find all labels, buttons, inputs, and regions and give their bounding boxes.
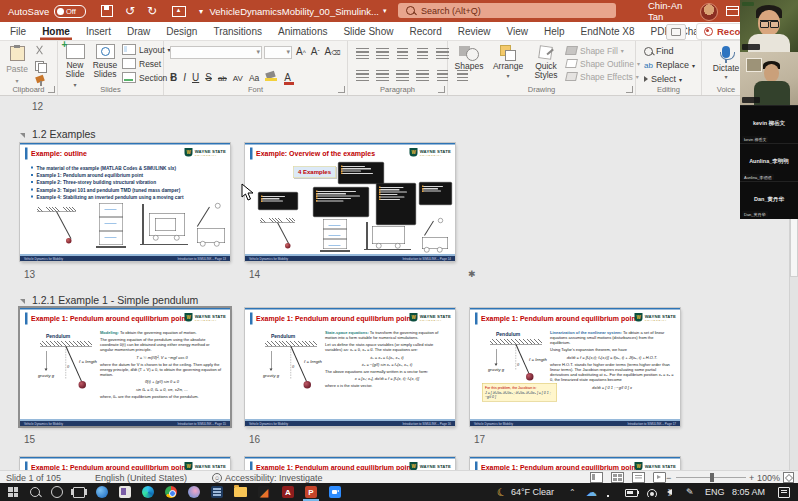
slide-thumbnail-15[interactable]: Example 1: Pendulum around equilibrium p… bbox=[20, 308, 230, 426]
new-slide-button[interactable]: New Slide▾ bbox=[60, 44, 90, 88]
save-icon[interactable] bbox=[96, 0, 118, 22]
undo-icon[interactable]: ↺ bbox=[120, 0, 140, 22]
select-button[interactable]: Select▾ bbox=[644, 72, 695, 86]
character-spacing-button[interactable]: AV bbox=[233, 74, 243, 83]
shape-fill-button[interactable]: Shape Fill▾ bbox=[566, 44, 640, 57]
slide-thumbnail-14[interactable]: Example: Overview of the examples W WAYN… bbox=[245, 143, 455, 261]
app-calculator[interactable] bbox=[206, 483, 228, 501]
tab-animations[interactable]: Animations bbox=[276, 22, 329, 40]
font-name-combo[interactable] bbox=[170, 46, 262, 59]
replace-button[interactable]: ab Replace▾ bbox=[644, 58, 695, 72]
task-view-button[interactable] bbox=[68, 483, 90, 501]
mic-tray[interactable] bbox=[606, 483, 617, 501]
language-indicator[interactable]: ENG bbox=[705, 483, 725, 501]
participant-video-1[interactable] bbox=[740, 0, 798, 52]
tab-review[interactable]: Review bbox=[456, 22, 493, 40]
app-blue-sphere[interactable] bbox=[91, 483, 113, 501]
columns-icon[interactable] bbox=[437, 70, 448, 81]
decrease-indent-icon[interactable] bbox=[397, 48, 408, 59]
quick-styles-button[interactable]: Quick Styles bbox=[530, 44, 562, 81]
document-title[interactable]: VehicleDynamicsMobility_00_Simulink...▾ bbox=[218, 0, 378, 22]
slide-thumbnail-18[interactable]: Example 1: Pendulum around equilibrium p… bbox=[20, 457, 230, 470]
wifi-tray[interactable] bbox=[647, 483, 657, 501]
app-powerpoint[interactable]: P bbox=[300, 483, 322, 501]
numbering-icon[interactable] bbox=[376, 48, 389, 59]
scrollbar-thumb[interactable] bbox=[790, 217, 798, 277]
normal-view-button[interactable] bbox=[590, 472, 603, 483]
tab-record[interactable]: Record bbox=[407, 22, 443, 40]
weather-widget[interactable]: ☾ 64°F Clear bbox=[497, 483, 554, 501]
align-left-icon[interactable] bbox=[356, 70, 369, 81]
paste-button[interactable]: Paste▾ bbox=[4, 44, 30, 84]
section-header-example1[interactable]: 1.2.1 Example 1 - Simple pendulum bbox=[20, 294, 198, 306]
cortana-button[interactable] bbox=[46, 483, 68, 501]
pen-tray[interactable]: ✎ bbox=[686, 483, 694, 501]
onedrive-tray[interactable]: ☁ bbox=[586, 483, 597, 501]
tab-insert[interactable]: Insert bbox=[84, 22, 113, 40]
slide-sorter-view-button[interactable] bbox=[611, 472, 624, 483]
shrink-font-icon[interactable]: Aˇ bbox=[311, 46, 320, 57]
reuse-slides-button[interactable]: Reuse Slides bbox=[90, 44, 120, 80]
app-edge[interactable] bbox=[137, 483, 159, 501]
slide-thumbnail-19[interactable]: Example 1: Pendulum around equilibrium p… bbox=[245, 457, 455, 470]
tab-help[interactable]: Help bbox=[542, 22, 567, 40]
app-acrobat[interactable]: A bbox=[277, 483, 299, 501]
tab-home[interactable]: Home bbox=[40, 22, 72, 40]
highlight-color-icon[interactable] bbox=[265, 70, 278, 81]
battery-tray[interactable] bbox=[625, 483, 638, 501]
tab-slide-show[interactable]: Slide Show bbox=[341, 22, 395, 40]
tray-chevron[interactable]: ⌃ bbox=[569, 483, 576, 501]
tab-endnote[interactable]: EndNote X8 bbox=[579, 22, 637, 40]
strikethrough-button[interactable]: ab bbox=[218, 74, 227, 83]
font-size-combo[interactable] bbox=[264, 46, 292, 59]
bullets-icon[interactable] bbox=[356, 48, 369, 59]
change-case-button[interactable]: Aa bbox=[249, 73, 259, 83]
app-chrome[interactable] bbox=[160, 483, 182, 501]
slide-thumbnail-20[interactable]: Example 1: Pendulum around equilibrium p… bbox=[470, 457, 680, 470]
clear-formatting-icon[interactable]: A⌫ bbox=[325, 46, 341, 57]
arrange-button[interactable]: Arrange▾ bbox=[490, 44, 526, 80]
find-button[interactable]: Find bbox=[644, 44, 695, 58]
tab-design[interactable]: Design bbox=[164, 22, 199, 40]
participant-tile-3[interactable]: kevin 柳岳文 kevin 柳岳文 bbox=[740, 105, 798, 144]
present-icon[interactable] bbox=[168, 0, 190, 22]
shape-outline-button[interactable]: Shape Outline▾ bbox=[566, 57, 640, 70]
dictate-button[interactable]: Dictate ▾ bbox=[708, 42, 744, 80]
copy-icon[interactable] bbox=[34, 60, 47, 71]
app-notes[interactable] bbox=[114, 483, 136, 501]
taskbar-search-button[interactable] bbox=[24, 483, 46, 501]
quick-access-caret-icon[interactable]: ▾ bbox=[194, 0, 208, 22]
start-button[interactable] bbox=[2, 483, 24, 501]
app-photos[interactable] bbox=[183, 483, 205, 501]
autosave-toggle[interactable]: Off bbox=[54, 0, 86, 22]
redo-icon[interactable]: ↻ bbox=[142, 0, 162, 22]
increase-indent-icon[interactable] bbox=[417, 48, 428, 59]
app-matlab[interactable]: ◢ bbox=[253, 483, 275, 501]
clipboard-dialog-launcher[interactable] bbox=[48, 86, 55, 93]
font-color-button[interactable]: A bbox=[284, 72, 291, 85]
action-center[interactable] bbox=[778, 483, 790, 501]
zoom-slider-thumb[interactable] bbox=[710, 473, 714, 482]
search-input[interactable]: Search (Alt+Q) bbox=[398, 3, 616, 18]
user-name[interactable]: Chin-An Tan bbox=[648, 0, 696, 22]
bold-button[interactable]: B bbox=[170, 72, 177, 83]
shape-effects-button[interactable]: Shape Effects▾ bbox=[566, 70, 640, 83]
ribbon-display-options-icon[interactable] bbox=[724, 0, 740, 22]
align-right-icon[interactable] bbox=[396, 70, 409, 81]
avatar[interactable] bbox=[700, 3, 718, 21]
app-zoom[interactable] bbox=[324, 483, 346, 501]
slide-thumbnail-13[interactable]: Example: outline W WAYNE STATE UNIVERSIT… bbox=[20, 143, 230, 261]
participant-video-2[interactable] bbox=[740, 52, 798, 105]
slide-thumbnail-16[interactable]: Example 1: Pendulum around equilibrium p… bbox=[245, 308, 455, 426]
shapes-button[interactable]: Shapes bbox=[452, 44, 486, 71]
cut-icon[interactable] bbox=[34, 45, 47, 56]
underline-button[interactable]: U bbox=[192, 72, 199, 83]
volume-tray[interactable] bbox=[664, 483, 672, 501]
reading-view-button[interactable] bbox=[632, 472, 645, 483]
slide-thumbnail-17[interactable]: Example 1: Pendulum around equilibrium p… bbox=[470, 308, 680, 426]
align-center-icon[interactable] bbox=[376, 70, 389, 81]
italic-button[interactable]: I bbox=[183, 72, 186, 83]
slideshow-button[interactable] bbox=[653, 472, 666, 483]
grow-font-icon[interactable]: A^ bbox=[296, 46, 306, 57]
participant-tile-4[interactable]: Aunlina_李明明 Aunlina_李明明 bbox=[740, 143, 798, 182]
